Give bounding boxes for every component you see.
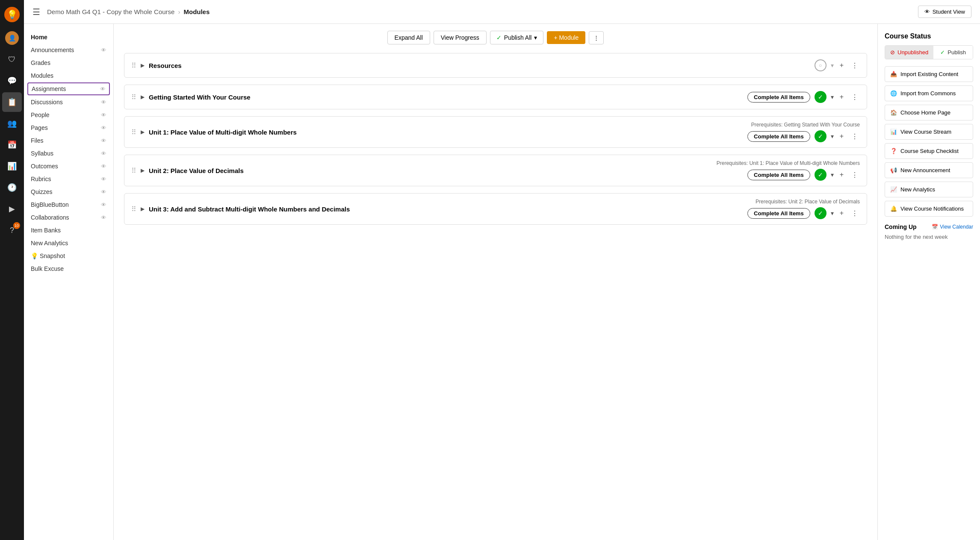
publish-check-unit2[interactable]: ✓ — [815, 169, 827, 181]
more-options-button[interactable]: ⋮ — [589, 31, 604, 44]
discussions-eye-icon: 👁 — [101, 99, 106, 106]
drag-handle-unit1[interactable]: ⠿ — [131, 128, 136, 136]
sidebar-assignments-label: Assignments — [32, 85, 66, 92]
module-header-resources: ⠿ ▶ Resources ○ ▾ + ⋮ — [124, 53, 867, 77]
canvas-logo[interactable]: 💡 — [4, 7, 20, 22]
expand-arrow-unit2[interactable]: ▶ — [141, 167, 145, 173]
student-view-icon: 👁 — [924, 9, 930, 15]
sidebar-item-pages[interactable]: Pages 👁 — [24, 121, 113, 134]
nav-studio[interactable]: ▶ — [2, 199, 22, 219]
complete-all-unit1[interactable]: Complete All Items — [747, 131, 810, 142]
publish-option[interactable]: ✓ Publish — [933, 46, 973, 59]
nav-history[interactable]: 🕐 — [2, 178, 22, 197]
complete-all-getting-started[interactable]: Complete All Items — [747, 92, 810, 103]
nav-conversations[interactable]: 💬 — [2, 71, 22, 91]
sidebar-item-new-analytics[interactable]: New Analytics — [24, 237, 113, 249]
module-right-unit1: Prerequisites: Getting Started With Your… — [747, 122, 860, 142]
resources-more-button[interactable]: ⋮ — [850, 60, 860, 71]
expand-arrow-unit3[interactable]: ▶ — [141, 206, 145, 212]
view-course-notifications-button[interactable]: 🔔 View Course Notifications — [885, 201, 973, 217]
announcement-icon: 📢 — [890, 167, 897, 173]
sidebar-item-snapshot[interactable]: 💡 Snapshot — [24, 249, 113, 262]
unpublished-option[interactable]: ⊘ Unpublished — [885, 46, 933, 59]
announcements-eye-icon: 👁 — [101, 47, 106, 53]
nav-admin[interactable]: 🛡 — [2, 50, 22, 69]
breadcrumb-course[interactable]: Demo Math G4 Q1 - Copy the Whole Course — [47, 8, 174, 15]
sidebar-item-files[interactable]: Files 👁 — [24, 134, 113, 147]
drag-handle-unit2[interactable]: ⠿ — [131, 167, 136, 175]
hamburger-menu[interactable]: ☰ — [32, 7, 40, 17]
unit1-publish-dropdown[interactable]: ▾ — [831, 133, 834, 140]
drag-handle-unit3[interactable]: ⠿ — [131, 205, 136, 213]
people-eye-icon: 👁 — [101, 112, 106, 118]
sidebar-item-assignments[interactable]: Assignments 👁 — [27, 82, 110, 95]
expand-arrow-unit1[interactable]: ▶ — [141, 129, 145, 135]
nav-account[interactable]: 👤 — [2, 28, 22, 48]
unit3-publish-dropdown[interactable]: ▾ — [831, 210, 834, 217]
import-from-commons-button[interactable]: 🌐 Import from Commons — [885, 85, 973, 101]
module-title-resources: Resources — [149, 62, 182, 69]
module-left-unit3: ⠿ ▶ Unit 3: Add and Subtract Multi-digit… — [131, 205, 350, 213]
sidebar-item-quizzes[interactable]: Quizzes 👁 — [24, 185, 113, 198]
new-announcement-button[interactable]: 📢 New Announcement — [885, 162, 973, 178]
view-course-stream-button[interactable]: 📊 View Course Stream — [885, 124, 973, 140]
import-existing-content-button[interactable]: 📥 Import Existing Content — [885, 66, 973, 82]
sidebar-new-analytics-label: New Analytics — [31, 240, 68, 247]
sidebar-item-announcements[interactable]: Announcements 👁 — [24, 44, 113, 56]
nav-courses[interactable]: 📋 — [2, 92, 22, 112]
resources-add-button[interactable]: + — [838, 60, 845, 71]
complete-all-unit2[interactable]: Complete All Items — [747, 170, 810, 180]
complete-all-unit3[interactable]: Complete All Items — [747, 208, 810, 219]
getting-started-more-button[interactable]: ⋮ — [850, 91, 860, 103]
nav-help[interactable]: ? 10 — [2, 220, 22, 240]
publish-check-getting-started[interactable]: ✓ — [815, 91, 827, 103]
sidebar-collaborations-label: Collaborations — [31, 214, 69, 221]
add-module-button[interactable]: + Module — [547, 31, 585, 44]
student-view-button[interactable]: 👁 Student View — [918, 6, 971, 18]
getting-started-add-button[interactable]: + — [838, 91, 845, 103]
sidebar-item-modules[interactable]: Modules — [24, 69, 113, 82]
sidebar-item-home[interactable]: Home — [24, 31, 113, 44]
publish-check-unit1[interactable]: ✓ — [815, 130, 827, 142]
sidebar-item-outcomes[interactable]: Outcomes 👁 — [24, 160, 113, 173]
sidebar-pages-label: Pages — [31, 124, 48, 131]
sidebar-item-rubrics[interactable]: Rubrics 👁 — [24, 173, 113, 185]
sidebar-item-bigbluebutton[interactable]: BigBlueButton 👁 — [24, 198, 113, 211]
import-commons-icon: 🌐 — [890, 90, 897, 97]
choose-home-page-button[interactable]: 🏠 Choose Home Page — [885, 105, 973, 120]
publish-all-button[interactable]: ✓ Publish All ▾ — [490, 31, 544, 44]
unit2-add-button[interactable]: + — [838, 169, 845, 180]
new-analytics-button[interactable]: 📈 New Analytics — [885, 182, 973, 197]
expand-arrow-resources[interactable]: ▶ — [141, 62, 145, 68]
sidebar-item-people[interactable]: People 👁 — [24, 109, 113, 121]
sidebar-item-bulk-excuse[interactable]: Bulk Excuse — [24, 262, 113, 275]
sidebar-item-syllabus[interactable]: Syllabus 👁 — [24, 147, 113, 160]
getting-started-publish-dropdown[interactable]: ▾ — [831, 94, 834, 100]
sidebar-item-banks-label: Item Banks — [31, 227, 61, 234]
resources-publish-dropdown-icon[interactable]: ▾ — [831, 62, 834, 69]
publish-check-unit3[interactable]: ✓ — [815, 207, 827, 219]
resources-publish-status[interactable]: ○ — [815, 59, 827, 71]
nav-gradebook[interactable]: 📊 — [2, 156, 22, 176]
sidebar-item-grades[interactable]: Grades — [24, 56, 113, 69]
course-setup-checklist-button[interactable]: ❓ Course Setup Checklist — [885, 143, 973, 159]
sidebar-item-discussions[interactable]: Discussions 👁 — [24, 96, 113, 109]
view-calendar-link[interactable]: 📅 View Calendar — [932, 224, 973, 230]
expand-arrow-getting-started[interactable]: ▶ — [141, 94, 145, 100]
sidebar-item-item-banks[interactable]: Item Banks — [24, 224, 113, 237]
unit3-more-button[interactable]: ⋮ — [850, 208, 860, 219]
expand-all-button[interactable]: Expand All — [387, 31, 430, 44]
sidebar-modules-label: Modules — [31, 72, 53, 79]
unit1-more-button[interactable]: ⋮ — [850, 131, 860, 142]
nav-people[interactable]: 👥 — [2, 114, 22, 133]
unit3-add-button[interactable]: + — [838, 208, 845, 219]
sidebar-item-collaborations[interactable]: Collaborations 👁 — [24, 211, 113, 224]
drag-handle-resources[interactable]: ⠿ — [131, 62, 136, 70]
drag-handle-getting-started[interactable]: ⠿ — [131, 93, 136, 101]
main-wrapper: ☰ Demo Math G4 Q1 - Copy the Whole Cours… — [24, 0, 980, 540]
unit1-add-button[interactable]: + — [838, 131, 845, 142]
unit2-more-button[interactable]: ⋮ — [850, 169, 860, 181]
nav-calendar[interactable]: 📅 — [2, 135, 22, 155]
view-progress-button[interactable]: View Progress — [434, 31, 487, 44]
unit2-publish-dropdown[interactable]: ▾ — [831, 171, 834, 178]
